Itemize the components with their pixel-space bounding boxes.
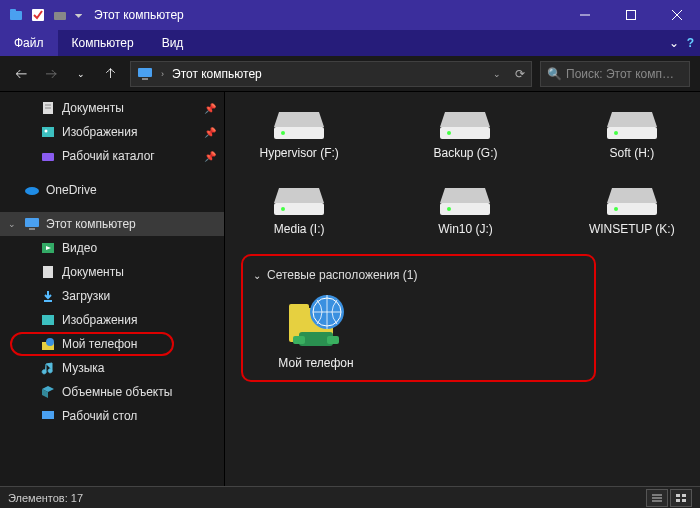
svg-point-46 xyxy=(614,207,618,211)
address-bar: 🡠 🡢 ⌄ 🡡 › Этот компьютер ⌄ ⟳ 🔍 Поиск: Эт… xyxy=(0,56,700,92)
checkbox-icon[interactable] xyxy=(30,7,46,23)
highlight-annotation-box: ⌄ Сетевые расположения (1) Мой телефон xyxy=(241,254,596,382)
sidebar-item-thispc[interactable]: ⌄ Этот компьютер xyxy=(0,212,224,236)
network-location-item[interactable]: Мой телефон xyxy=(261,290,371,370)
svg-marker-38 xyxy=(274,188,324,203)
drive-icon xyxy=(269,178,329,218)
sidebar-item-documents[interactable]: Документы 📌 xyxy=(0,96,224,120)
content-pane: Hypervisor (F:) Backup (G:) Soft (H:) Me… xyxy=(225,92,700,486)
pc-icon xyxy=(24,216,40,232)
svg-rect-18 xyxy=(29,228,35,230)
tab-computer[interactable]: Компьютер xyxy=(58,30,148,56)
search-input[interactable]: 🔍 Поиск: Этот комп… xyxy=(540,61,690,87)
sidebar-item-music[interactable]: Музыка xyxy=(0,356,224,380)
refresh-icon[interactable]: ⟳ xyxy=(515,67,525,81)
sidebar-item-label: Изображения xyxy=(62,125,137,139)
nav-recent-dropdown[interactable]: ⌄ xyxy=(70,63,92,85)
svg-point-31 xyxy=(281,131,285,135)
drive-item[interactable]: Media (I:) xyxy=(241,178,357,236)
sidebar-item-label: Видео xyxy=(62,241,97,255)
music-icon xyxy=(40,360,56,376)
sidebar-item-label: OneDrive xyxy=(46,183,97,197)
sidebar-item-3dobjects[interactable]: Объемные объекты xyxy=(0,380,224,404)
search-icon: 🔍 xyxy=(547,67,562,81)
images-icon xyxy=(40,312,56,328)
chevron-down-icon[interactable]: ⌄ xyxy=(8,219,16,229)
address-box[interactable]: › Этот компьютер ⌄ ⟳ xyxy=(130,61,532,87)
drive-item[interactable]: Backup (G:) xyxy=(407,102,523,160)
drive-label: Backup (G:) xyxy=(433,146,497,160)
drive-row: Hypervisor (F:) Backup (G:) Soft (H:) xyxy=(241,102,690,160)
address-dropdown-icon[interactable]: ⌄ xyxy=(493,69,501,79)
tab-file[interactable]: Файл xyxy=(0,30,58,56)
sidebar-item-onedrive[interactable]: OneDrive xyxy=(0,178,224,202)
close-button[interactable] xyxy=(654,0,700,30)
pin-icon: 📌 xyxy=(204,103,216,114)
svg-point-37 xyxy=(614,131,618,135)
folder-small-icon[interactable] xyxy=(52,7,68,23)
svg-rect-8 xyxy=(138,68,152,77)
titlebar: ⏷ Этот компьютер xyxy=(0,0,700,30)
sidebar-item-videos[interactable]: Видео xyxy=(0,236,224,260)
section-header[interactable]: ⌄ Сетевые расположения (1) xyxy=(253,268,584,282)
drive-item[interactable]: WINSETUP (K:) xyxy=(574,178,690,236)
sidebar-item-label: Документы xyxy=(62,265,124,279)
svg-rect-59 xyxy=(682,499,686,502)
drive-icon xyxy=(269,102,329,142)
folder-icon xyxy=(40,148,56,164)
sidebar-item-label: Изображения xyxy=(62,313,137,327)
drive-item[interactable]: Hypervisor (F:) xyxy=(241,102,357,160)
drive-label: Win10 (J:) xyxy=(438,222,493,236)
status-bar: Элементов: 17 xyxy=(0,486,700,508)
svg-marker-29 xyxy=(274,112,324,127)
nav-forward-button[interactable]: 🡢 xyxy=(40,63,62,85)
drive-item[interactable]: Win10 (J:) xyxy=(407,178,523,236)
help-icon[interactable]: ? xyxy=(687,36,694,50)
drive-icon xyxy=(435,178,495,218)
ribbon-expand-icon[interactable]: ⌄ xyxy=(669,36,679,50)
sidebar-item-desktop[interactable]: Рабочий стол xyxy=(0,404,224,428)
svg-rect-1 xyxy=(10,9,16,12)
sidebar-item-downloads[interactable]: Загрузки xyxy=(0,284,224,308)
document-icon xyxy=(40,264,56,280)
drive-label: WINSETUP (K:) xyxy=(589,222,675,236)
sidebar-item-myphone[interactable]: Мой телефон xyxy=(0,332,224,356)
svg-rect-48 xyxy=(289,304,309,312)
maximize-button[interactable] xyxy=(608,0,654,30)
thumbnails-view-button[interactable] xyxy=(670,489,692,507)
tab-view[interactable]: Вид xyxy=(148,30,198,56)
drive-label: Hypervisor (F:) xyxy=(259,146,338,160)
svg-rect-9 xyxy=(142,78,148,80)
drive-icon xyxy=(602,178,662,218)
svg-rect-0 xyxy=(10,11,22,20)
drive-label: Media (I:) xyxy=(274,222,325,236)
onedrive-icon xyxy=(24,182,40,198)
sidebar-item-label: Этот компьютер xyxy=(46,217,136,231)
network-location-icon xyxy=(281,290,351,350)
cube-icon xyxy=(40,384,56,400)
nav-back-button[interactable]: 🡠 xyxy=(10,63,32,85)
drive-item[interactable]: Soft (H:) xyxy=(574,102,690,160)
svg-rect-3 xyxy=(54,12,66,20)
pc-icon xyxy=(137,66,153,82)
qat-dropdown-icon[interactable]: ⏷ xyxy=(74,10,84,21)
sidebar-item-label: Документы xyxy=(62,101,124,115)
svg-point-25 xyxy=(46,338,54,346)
section-title: Сетевые расположения (1) xyxy=(267,268,417,282)
sidebar-item-workdir[interactable]: Рабочий каталог 📌 xyxy=(0,144,224,168)
svg-rect-56 xyxy=(676,494,680,497)
svg-marker-41 xyxy=(440,188,490,203)
svg-point-40 xyxy=(281,207,285,211)
svg-marker-44 xyxy=(607,188,657,203)
minimize-button[interactable] xyxy=(562,0,608,30)
sidebar-item-images2[interactable]: Изображения xyxy=(0,308,224,332)
sidebar-item-documents2[interactable]: Документы xyxy=(0,260,224,284)
svg-rect-52 xyxy=(327,336,339,344)
svg-point-43 xyxy=(447,207,451,211)
sidebar-item-label: Рабочий стол xyxy=(62,409,137,423)
details-view-button[interactable] xyxy=(646,489,668,507)
breadcrumb-root[interactable]: Этот компьютер xyxy=(172,67,262,81)
chevron-down-icon[interactable]: ⌄ xyxy=(253,270,261,281)
sidebar-item-images[interactable]: Изображения 📌 xyxy=(0,120,224,144)
nav-up-button[interactable]: 🡡 xyxy=(100,63,122,85)
